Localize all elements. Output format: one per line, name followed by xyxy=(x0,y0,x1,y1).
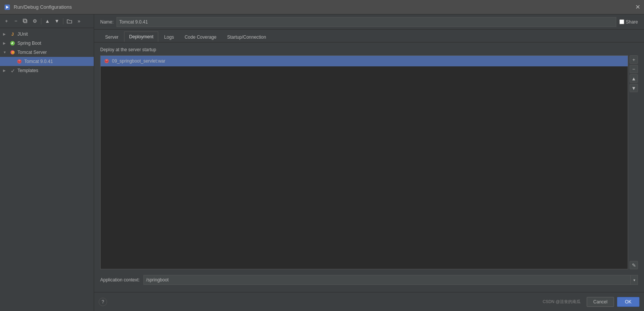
move-down-deploy-button[interactable]: ▼ xyxy=(630,84,638,92)
app-context-input-wrap: ▾ xyxy=(143,275,638,285)
settings-config-button[interactable]: ⚙ xyxy=(31,17,39,25)
tab-logs[interactable]: Logs xyxy=(159,31,179,42)
bottom-actions: CSDN @沮丧的南瓜 Cancel OK xyxy=(543,297,639,307)
deploy-item-0[interactable]: 09_springboot_servlet:war xyxy=(101,56,628,66)
junit-arrow: ▶ xyxy=(3,32,9,36)
tomcat-server-icon: 🐱 xyxy=(9,49,16,56)
svg-rect-3 xyxy=(23,19,26,22)
sidebar-item-springboot[interactable]: ▶ Spring Boot xyxy=(0,39,94,48)
deploy-item-label-0: 09_springboot_servlet:war xyxy=(112,58,165,64)
remove-config-button[interactable]: − xyxy=(12,17,20,25)
tab-startup-connection[interactable]: Startup/Connection xyxy=(222,31,271,42)
junit-icon: J xyxy=(9,31,16,38)
sidebar: + − ⚙ ▲ ▼ » ▶ xyxy=(0,14,94,311)
tab-deployment[interactable]: Deployment xyxy=(124,31,158,42)
main-container: + − ⚙ ▲ ▼ » ▶ xyxy=(0,14,644,311)
springboot-icon xyxy=(9,40,16,47)
sidebar-item-tomcat-941-label: Tomcat 9.0.41 xyxy=(24,59,53,64)
move-up-config-button[interactable]: ▲ xyxy=(43,17,52,25)
name-label: Name: xyxy=(100,19,113,25)
templates-icon xyxy=(9,67,16,74)
toolbar-separator-2 xyxy=(63,18,63,24)
edit-deploy-button[interactable]: ✎ xyxy=(630,261,638,269)
help-button[interactable]: ? xyxy=(99,298,107,306)
title-bar-title: Run/Debug Configurations xyxy=(14,4,72,10)
tomcat-941-icon xyxy=(16,58,23,65)
sidebar-item-templates[interactable]: ▶ Templates xyxy=(0,66,94,75)
title-bar: Run/Debug Configurations ✕ xyxy=(0,0,644,14)
share-checkbox-wrap: Share xyxy=(619,19,638,25)
deploy-side-buttons: + − ▲ ▼ ✎ xyxy=(630,55,638,269)
cancel-button[interactable]: Cancel xyxy=(587,297,614,307)
deployment-tab-content: Deploy at the server startup 09_springbo… xyxy=(94,42,644,292)
share-checkbox[interactable] xyxy=(619,19,624,24)
sidebar-item-junit-label: JUnit xyxy=(17,31,28,37)
sidebar-item-springboot-label: Spring Boot xyxy=(17,41,41,46)
deploy-section-label: Deploy at the server startup xyxy=(100,47,638,52)
svg-rect-2 xyxy=(24,20,27,23)
app-context-dropdown[interactable]: ▾ xyxy=(630,275,638,285)
remove-deploy-button[interactable]: − xyxy=(630,65,638,73)
move-up-deploy-button[interactable]: ▲ xyxy=(630,74,638,83)
sidebar-item-templates-label: Templates xyxy=(17,68,38,73)
more-config-button[interactable]: » xyxy=(75,17,83,25)
svg-rect-12 xyxy=(106,60,107,61)
app-context-input[interactable] xyxy=(143,275,630,285)
content-panel: Name: Share Server Deployment Logs Code … xyxy=(94,14,644,311)
add-deploy-button[interactable]: + xyxy=(630,55,638,64)
svg-text:🐱: 🐱 xyxy=(11,51,15,54)
bottom-bar: ? CSDN @沮丧的南瓜 Cancel OK xyxy=(94,292,644,311)
watermark: CSDN @沮丧的南瓜 xyxy=(543,299,581,305)
app-context-row: Application context: ▾ xyxy=(100,272,638,287)
add-config-button[interactable]: + xyxy=(2,17,11,25)
close-button[interactable]: ✕ xyxy=(635,4,640,10)
name-input[interactable] xyxy=(117,17,616,27)
deploy-list[interactable]: 09_springboot_servlet:war xyxy=(100,55,628,269)
tomcat-server-arrow: ▼ xyxy=(3,50,9,54)
tab-server[interactable]: Server xyxy=(100,31,123,42)
toolbar-separator xyxy=(41,18,41,24)
app-context-label: Application context: xyxy=(100,277,140,283)
deploy-list-wrap: 09_springboot_servlet:war + − ▲ ▼ ✎ xyxy=(100,55,638,269)
folder-config-button[interactable] xyxy=(65,17,74,25)
sidebar-item-junit[interactable]: ▶ J JUnit xyxy=(0,30,94,39)
sidebar-item-tomcat-941[interactable]: Tomcat 9.0.41 xyxy=(0,57,94,66)
springboot-arrow: ▶ xyxy=(3,41,9,45)
move-down-config-button[interactable]: ▼ xyxy=(53,17,61,25)
tabs-bar: Server Deployment Logs Code Coverage Sta… xyxy=(94,30,644,42)
share-label: Share xyxy=(626,19,638,25)
svg-rect-9 xyxy=(19,60,20,61)
templates-arrow: ▶ xyxy=(3,69,9,72)
copy-config-button[interactable] xyxy=(21,17,30,25)
title-bar-icon xyxy=(4,4,11,11)
deploy-item-tomcat-icon xyxy=(104,58,110,64)
sidebar-toolbar: + − ⚙ ▲ ▼ » xyxy=(0,14,94,28)
sidebar-item-tomcat-server[interactable]: ▼ 🐱 Tomcat Server xyxy=(0,48,94,57)
ok-button[interactable]: OK xyxy=(617,297,639,307)
sidebar-tree: ▶ J JUnit ▶ Spring Boot ▼ xyxy=(0,28,94,311)
name-row: Name: Share xyxy=(94,14,644,30)
sidebar-item-tomcat-server-label: Tomcat Server xyxy=(17,50,47,55)
tab-code-coverage[interactable]: Code Coverage xyxy=(180,31,221,42)
